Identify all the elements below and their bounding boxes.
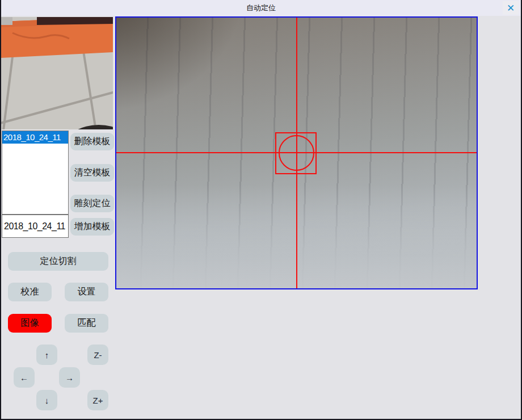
match-button[interactable]: 匹配 (65, 314, 108, 333)
jog-right-button[interactable]: → (59, 367, 80, 388)
template-list-item[interactable]: 2018_10_24_11 (2, 131, 68, 144)
jog-down-button[interactable]: ↓ (36, 390, 57, 410)
jog-z-minus-button[interactable]: Z- (87, 345, 108, 365)
camera-view[interactable] (115, 16, 478, 289)
image-button[interactable]: 图像 (8, 314, 52, 333)
calibrate-button[interactable]: 校准 (8, 283, 52, 301)
camera-thumbnail (1, 17, 113, 129)
jog-left-button[interactable]: ← (14, 367, 35, 388)
template-list[interactable]: 2018_10_24_11 (2, 131, 69, 215)
add-template-button[interactable]: 增加模板 (70, 218, 114, 236)
title-bar: 自动定位 ✕ (1, 0, 521, 16)
position-cut-button[interactable]: 定位切割 (8, 252, 108, 271)
jog-z-plus-button[interactable]: Z+ (87, 390, 108, 410)
close-icon[interactable]: ✕ (503, 1, 519, 15)
clear-template-button[interactable]: 清空模板 (70, 164, 114, 182)
thumbnail-image (1, 17, 113, 129)
window-title: 自动定位 (246, 3, 276, 13)
jog-up-button[interactable]: ↑ (36, 345, 57, 365)
template-name-input[interactable] (2, 215, 69, 238)
engrave-position-button[interactable]: 雕刻定位 (70, 195, 114, 212)
settings-button[interactable]: 设置 (65, 283, 108, 301)
delete-template-button[interactable]: 删除模板 (70, 133, 114, 150)
roi-circle (279, 135, 314, 171)
